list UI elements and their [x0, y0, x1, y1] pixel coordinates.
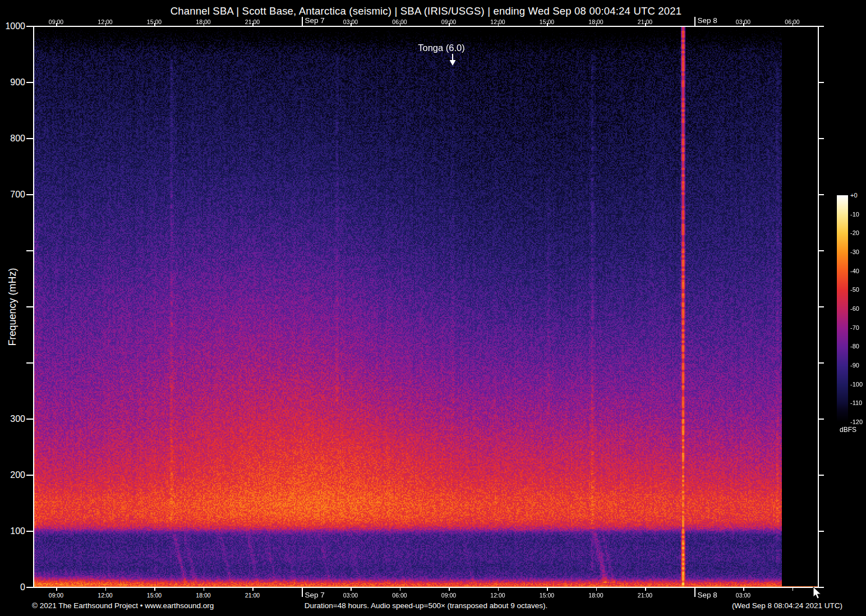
colorbar-tick-label: -60: [850, 305, 859, 312]
y-tick-label: 0: [0, 582, 25, 592]
x-tick-bottom: [252, 587, 254, 591]
x-tick-label-bottom: 12:00: [490, 592, 505, 599]
x-tick-label-top: 06:00: [392, 19, 407, 25]
x-tick-label-bottom: 09:00: [441, 592, 456, 599]
x-tick-label-bottom: Sep 8: [698, 591, 717, 599]
x-tick-label-top: Sep 7: [305, 16, 325, 25]
x-tick-label-top: 18:00: [588, 19, 603, 25]
y-tick-left: [26, 138, 34, 139]
annotation-arrow-icon: [449, 54, 457, 66]
x-tick-bottom: [694, 587, 695, 597]
y-tick-left: [26, 194, 34, 195]
x-tick-label-top: 03:00: [343, 19, 358, 25]
x-tick-bottom: [302, 587, 303, 597]
y-tick-label: 100: [0, 526, 25, 536]
x-tick-label-top: 15:00: [147, 19, 162, 25]
x-tick-top: [694, 17, 695, 26]
y-tick-right: [818, 82, 824, 83]
y-tick-left: [26, 419, 34, 420]
colorbar-tick-label: -80: [850, 343, 859, 350]
plot-border-bottom: [33, 587, 819, 588]
colorbar: [837, 195, 848, 422]
mouse-cursor-icon: [813, 586, 823, 601]
y-tick-right: [818, 531, 824, 532]
colorbar-unit: dBFS: [837, 426, 859, 434]
colorbar-tick-label: -50: [850, 286, 859, 293]
x-tick-label-top: 09:00: [441, 19, 456, 25]
x-tick-label-top: 12:00: [98, 19, 112, 25]
x-tick-label-bottom: 21:00: [638, 592, 652, 599]
colorbar-tick-label: -90: [850, 362, 859, 369]
x-tick-label-bottom: 09:00: [49, 592, 63, 599]
y-tick-right: [818, 26, 824, 27]
x-tick-label-bottom: 03:00: [343, 592, 358, 599]
x-tick-label-top: 15:00: [540, 19, 554, 25]
x-tick-label-top: 06:00: [785, 19, 799, 25]
page-title: Channel SBA | Scott Base, Antarctica (se…: [34, 5, 818, 17]
colorbar-tick-label: +0: [850, 192, 858, 199]
x-tick-bottom: [498, 587, 499, 591]
event-annotation: Tonga (6.0): [394, 43, 489, 53]
spectrogram-figure: Channel SBA | Scott Base, Antarctica (se…: [0, 0, 866, 616]
y-tick-right: [818, 306, 824, 307]
colorbar-tick-label: -10: [850, 211, 859, 218]
y-tick-right: [818, 138, 824, 139]
x-tick-bottom: [56, 587, 57, 591]
y-tick-left: [26, 26, 34, 27]
y-tick-right: [818, 362, 824, 364]
colorbar-tick-label: -30: [850, 249, 859, 255]
x-tick-label-top: Sep 8: [698, 16, 717, 25]
x-tick-label-bottom: 15:00: [147, 592, 162, 599]
colorbar-tick-label: -20: [850, 229, 859, 236]
x-tick-label-top: 03:00: [736, 19, 750, 25]
x-tick-bottom: [743, 587, 744, 591]
y-tick-left: [26, 475, 34, 476]
y-tick-right: [818, 194, 824, 195]
y-tick-left: [26, 306, 34, 307]
colorbar-tick-label: -40: [850, 268, 859, 274]
x-tick-label-top: 21:00: [245, 19, 260, 25]
y-tick-left: [26, 531, 34, 532]
footer-duration: Duration=48 hours. Audio speed-up=500× (…: [34, 601, 818, 610]
spectrogram-canvas: [34, 26, 818, 587]
x-tick-top: [302, 17, 303, 26]
y-tick-right: [818, 475, 824, 476]
x-tick-label-bottom: 18:00: [196, 592, 210, 599]
y-axis-label: Frequency (mHz): [7, 268, 19, 346]
y-tick-label: 1000: [0, 21, 25, 31]
x-tick-bottom: [105, 587, 107, 591]
x-tick-label-bottom: Sep 7: [305, 591, 325, 599]
y-tick-left: [26, 362, 34, 364]
x-tick-label-top: 21:00: [638, 19, 652, 25]
x-tick-label-top: 18:00: [196, 19, 210, 25]
x-tick-label-bottom: 18:00: [588, 592, 603, 599]
x-tick-label-top: 09:00: [49, 19, 63, 25]
footer-timestamp: (Wed Sep 8 08:04:24 2021 UTC): [732, 601, 842, 610]
x-tick-label-bottom: 15:00: [540, 592, 554, 599]
y-tick-left: [26, 250, 34, 251]
colorbar-tick-label: -70: [850, 324, 859, 331]
y-tick-right: [818, 419, 824, 420]
y-tick-label: 200: [0, 470, 25, 480]
y-tick-label: 300: [0, 414, 25, 424]
colorbar-tick-label: -100: [850, 381, 863, 388]
x-tick-label-bottom: 03:00: [736, 592, 750, 599]
x-tick-bottom: [351, 587, 352, 591]
x-tick-bottom: [400, 587, 401, 591]
y-tick-left: [26, 587, 34, 588]
y-tick-label: 700: [0, 190, 25, 200]
y-tick-left: [26, 82, 34, 83]
x-tick-label-bottom: 06:00: [392, 592, 407, 599]
x-tick-bottom: [645, 587, 646, 591]
colorbar-tick-label: -120: [850, 419, 863, 425]
y-tick-label: 900: [0, 77, 25, 88]
x-tick-bottom: [793, 587, 794, 591]
x-tick-bottom: [154, 587, 155, 591]
y-tick-right: [818, 250, 824, 251]
x-tick-label-top: 12:00: [490, 19, 505, 25]
colorbar-tick-label: -110: [850, 399, 862, 406]
x-tick-bottom: [204, 587, 205, 591]
y-tick-label: 800: [0, 134, 25, 144]
x-tick-bottom: [449, 587, 450, 591]
plot-border-top: [33, 26, 819, 27]
